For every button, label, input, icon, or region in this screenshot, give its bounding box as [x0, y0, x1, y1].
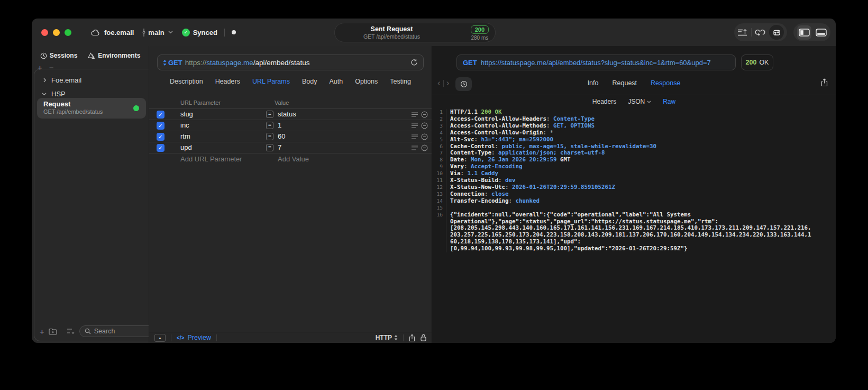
request-url-bar[interactable]: GET https://statuspage.me/api/embed/stat…: [157, 55, 424, 70]
repeat-request-button[interactable]: [769, 25, 784, 40]
footer-divider: [403, 334, 404, 341]
new-request-button[interactable]: +: [40, 328, 44, 335]
lock-icon[interactable]: [421, 334, 426, 341]
protocol-selector[interactable]: HTTP: [376, 334, 398, 341]
line-number: 4: [432, 130, 446, 137]
response-tab-info[interactable]: Info: [588, 79, 599, 87]
request-editor-panel: GET https://statuspage.me/api/embed/stat…: [149, 46, 432, 343]
param-name-field[interactable]: rtm: [180, 132, 190, 140]
param-name-field[interactable]: slug: [180, 110, 193, 118]
branch-icon: [142, 29, 146, 37]
line-content: [446, 205, 450, 212]
response-status-text: OK: [759, 59, 769, 66]
line-number: 10: [432, 170, 446, 177]
export-lines-icon[interactable]: [737, 28, 748, 37]
param-name-field[interactable]: inc: [180, 121, 189, 129]
remove-param-button[interactable]: [421, 133, 428, 140]
add-param-value-placeholder[interactable]: Add Value: [278, 155, 309, 163]
param-value-field[interactable]: 7: [278, 143, 281, 151]
preview-label: Preview: [187, 334, 211, 341]
remove-param-button[interactable]: [421, 122, 428, 129]
clock-icon: [40, 52, 47, 59]
minimize-button[interactable]: [53, 29, 60, 36]
request-tab-headers[interactable]: Headers: [215, 78, 240, 85]
new-folder-icon[interactable]: [49, 328, 57, 335]
equals-icon: =: [266, 144, 273, 151]
param-row: ✓inc=1: [149, 120, 432, 131]
sidebar-tab-environments[interactable]: Environments: [88, 52, 140, 59]
drag-handle-icon[interactable]: [412, 134, 418, 139]
request-tab-auth[interactable]: Auth: [329, 78, 343, 85]
line-number: 1: [432, 109, 446, 116]
url-host: statuspage.me: [206, 59, 253, 67]
param-value-field[interactable]: status: [278, 110, 296, 118]
collapse-panel-button[interactable]: ▲: [154, 334, 166, 342]
code-icon: </>: [177, 335, 184, 341]
response-status-box: 200 OK: [741, 55, 773, 70]
add-param-row[interactable]: Add URL ParameterAdd Value: [149, 153, 432, 164]
drag-handle-icon[interactable]: [412, 146, 418, 150]
line-number: 5: [432, 137, 446, 143]
toolbar-separator: [751, 28, 752, 37]
response-subtab-headers[interactable]: Headers: [592, 98, 616, 105]
add-param-name-placeholder[interactable]: Add URL Parameter: [180, 155, 242, 163]
toggle-bottom-panel-button[interactable]: [816, 29, 827, 37]
response-subtab-raw[interactable]: Raw: [663, 98, 675, 105]
sidebar-tab-sessions[interactable]: Sessions: [40, 52, 78, 59]
share-icon[interactable]: [409, 334, 415, 342]
protocol-label: HTTP: [376, 334, 392, 341]
response-divider: [432, 95, 836, 95]
sent-request-url-box[interactable]: GET https://statuspage.me/api/embed/stat…: [456, 55, 736, 70]
search-icon: [85, 328, 91, 334]
param-enabled-checkbox[interactable]: ✓: [157, 111, 165, 119]
param-enabled-checkbox[interactable]: ✓: [157, 133, 165, 141]
selected-request-item[interactable]: Request GET /api/embed/status: [37, 98, 146, 119]
request-tab-description[interactable]: Description: [170, 78, 203, 85]
request-tab-body[interactable]: Body: [302, 78, 317, 85]
remove-param-button[interactable]: [421, 144, 428, 151]
line-number: 6: [432, 143, 446, 150]
response-tab-response[interactable]: Response: [651, 79, 680, 87]
response-line: [0,99.94,100,99.93,99.98,99.95,100],"upd…: [432, 246, 836, 252]
request-tab-options[interactable]: Options: [355, 78, 378, 85]
drag-handle-icon[interactable]: [412, 123, 418, 128]
param-enabled-checkbox[interactable]: ✓: [157, 122, 165, 130]
response-subtab-json[interactable]: JSON: [628, 98, 651, 105]
loop-icon[interactable]: [754, 28, 766, 37]
project-name[interactable]: foe.email: [104, 29, 134, 37]
param-value-field[interactable]: 1: [278, 121, 281, 129]
zoom-button[interactable]: [65, 29, 71, 36]
param-value-field[interactable]: 60: [278, 132, 285, 140]
toolbar-group-right: [793, 23, 830, 41]
line-number: 8: [432, 157, 446, 164]
response-tab-request[interactable]: Request: [613, 79, 637, 87]
line-number: 3: [432, 123, 446, 130]
request-item-subtitle: GET /api/embed/status: [43, 108, 140, 115]
export-response-icon[interactable]: [821, 78, 828, 87]
branch-selector[interactable]: main: [142, 29, 172, 37]
drag-handle-icon[interactable]: [412, 112, 418, 117]
response-url: https://statuspage.me/api/embed/status?s…: [481, 59, 711, 67]
request-summary-pill[interactable]: Sent Request GET /api/embed/status 200 2…: [334, 23, 496, 42]
request-tab-url-params[interactable]: URL Params: [252, 78, 290, 85]
close-button[interactable]: [41, 29, 48, 36]
request-tab-testing[interactable]: Testing: [390, 78, 411, 85]
response-line: 14Transfer-Encoding: chunked: [432, 198, 836, 205]
response-tabs: InfoRequestResponse: [432, 79, 836, 87]
cloud-icon: [91, 29, 100, 36]
param-enabled-checkbox[interactable]: ✓: [157, 144, 165, 152]
response-body[interactable]: 1HTTP/1.1 200 OK2Access-Control-Allow-He…: [432, 109, 836, 343]
param-name-field[interactable]: upd: [180, 143, 192, 151]
method-selector[interactable]: GET: [163, 59, 182, 67]
tree-item-foe-email[interactable]: Foe.email: [43, 76, 81, 84]
line-number: 11: [432, 177, 446, 184]
titlebar-divider: [224, 29, 225, 37]
preview-button[interactable]: </> Preview: [177, 334, 211, 341]
sort-filter-icon[interactable]: [67, 328, 75, 334]
sync-status[interactable]: ✓ Synced: [182, 29, 217, 37]
remove-param-button[interactable]: [421, 111, 428, 118]
response-method-label: GET: [463, 59, 477, 67]
resend-request-icon[interactable]: [410, 59, 418, 66]
tree-item-hsp[interactable]: HSP: [42, 90, 66, 98]
toggle-sidebar-button[interactable]: [797, 25, 811, 40]
